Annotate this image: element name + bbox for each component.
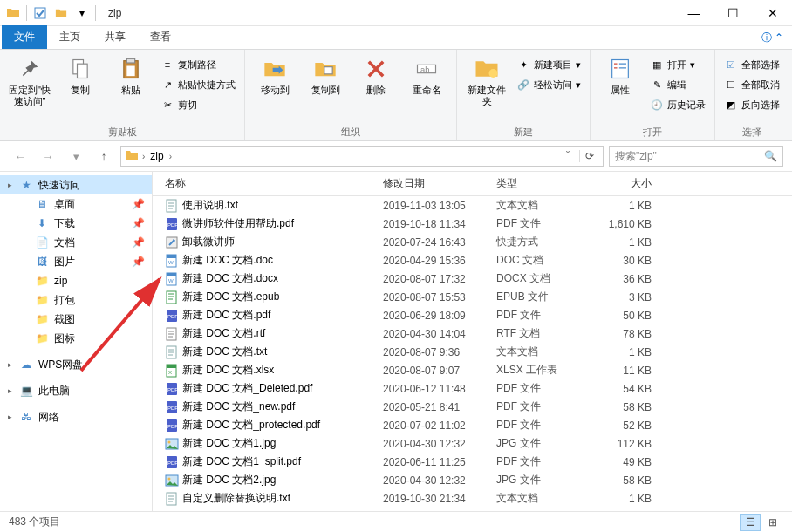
easy-access-button[interactable]: 🔗轻松访问 ▾: [513, 75, 584, 94]
sidebar-item-quickaccess[interactable]: ▸★快速访问: [0, 175, 152, 194]
address-dropdown[interactable]: ˅: [560, 150, 576, 162]
sidebar-item-network[interactable]: ▸🖧网络: [0, 407, 152, 426]
qat-checkbox[interactable]: [31, 3, 50, 23]
file-size: 3 KB: [587, 291, 657, 304]
cut-button[interactable]: ✂剪切: [157, 95, 239, 114]
new-folder-button[interactable]: 新建文件夹: [462, 51, 511, 111]
pin-to-quick-access-button[interactable]: 固定到"快速访问": [5, 51, 54, 111]
sidebar-item-icons[interactable]: 📁图标: [0, 329, 152, 348]
file-row[interactable]: 新建 DOC 文档2.jpg2020-04-30 12:32JPG 文件58 K…: [153, 471, 792, 489]
view-details-button[interactable]: ☰: [740, 514, 761, 531]
file-name: 新建 DOC 文档.epub: [182, 290, 279, 304]
tab-home[interactable]: 主页: [47, 25, 92, 49]
nav-up-button[interactable]: ↑: [92, 145, 115, 167]
ribbon-help[interactable]: ⓘ ⌃: [753, 27, 792, 49]
move-to-button[interactable]: 移动到: [250, 51, 299, 99]
nav-recent-button[interactable]: ▾: [65, 145, 87, 167]
file-row[interactable]: PDF微讲师软件使用帮助.pdf2019-10-18 11:34PDF 文件1,…: [153, 215, 792, 233]
file-row[interactable]: 卸载微讲师2020-07-24 16:43快捷方式1 KB: [153, 233, 792, 251]
folder-icon: 📁: [35, 274, 49, 288]
file-row[interactable]: PDF新建 DOC 文档.pdf2020-06-29 18:09PDF 文件50…: [153, 306, 792, 324]
file-date: 2019-10-18 11:34: [378, 218, 491, 230]
file-row[interactable]: W新建 DOC 文档.docx2020-08-07 17:32DOCX 文档36…: [153, 269, 792, 288]
file-row[interactable]: 新建 DOC 文档.rtf2020-04-30 14:04RTF 文档78 KB: [153, 324, 792, 343]
sidebar-item-wps[interactable]: ▸☁WPS网盘: [0, 355, 152, 374]
column-size[interactable]: 大小: [587, 176, 657, 191]
file-row[interactable]: 新建 DOC 文档.epub2020-08-07 15:53EPUB 文件3 K…: [153, 288, 792, 306]
sidebar-item-thispc[interactable]: ▸💻此电脑: [0, 381, 152, 400]
search-placeholder: 搜索"zip": [615, 149, 657, 164]
sidebar-item-pack[interactable]: 📁打包: [0, 290, 152, 310]
open-button[interactable]: ▦打开 ▾: [646, 55, 709, 74]
column-name[interactable]: 名称: [160, 176, 378, 191]
file-date: 2020-06-11 11:25: [378, 456, 491, 468]
edit-button[interactable]: ✎编辑: [646, 75, 709, 94]
chevron-right-icon[interactable]: ›: [169, 152, 172, 161]
file-name: 新建 DOC 文档.rtf: [182, 326, 265, 341]
file-row[interactable]: PDF新建 DOC 文档_new.pdf2020-05-21 8:41PDF 文…: [153, 398, 792, 416]
file-row[interactable]: PDF新建 DOC 文档_protected.pdf2020-07-02 11:…: [153, 416, 792, 434]
copy-to-button[interactable]: 复制到: [301, 51, 350, 99]
history-icon: 🕘: [650, 98, 664, 112]
file-date: 2020-08-07 9:07: [378, 365, 491, 377]
sidebar-item-documents[interactable]: 📄文档📌: [0, 233, 152, 252]
file-date: 2020-07-02 11:02: [378, 419, 491, 432]
invert-selection-button[interactable]: ◩反向选择: [720, 95, 783, 114]
sidebar-item-downloads[interactable]: ⬇下载📌: [0, 214, 152, 233]
file-row[interactable]: W新建 DOC 文档.doc2020-04-29 15:36DOC 文档30 K…: [153, 251, 792, 269]
tab-file[interactable]: 文件: [2, 25, 47, 49]
view-icons-button[interactable]: ⊞: [762, 514, 783, 531]
file-type: 文本文档: [491, 491, 587, 506]
file-row[interactable]: 自定义删除替换说明.txt2019-10-30 21:34文本文档1 KB: [153, 489, 792, 508]
column-date[interactable]: 修改日期: [378, 176, 491, 191]
search-icon[interactable]: 🔍: [764, 150, 777, 162]
file-row[interactable]: 使用说明.txt2019-11-03 13:05文本文档1 KB: [153, 196, 792, 215]
sidebar-item-desktop[interactable]: 🖥桌面📌: [0, 194, 152, 214]
file-size: 54 KB: [587, 383, 657, 395]
delete-button[interactable]: 删除: [352, 51, 400, 99]
tab-share[interactable]: 共享: [92, 25, 138, 49]
properties-button[interactable]: 属性: [596, 51, 645, 99]
file-row[interactable]: PDF新建 DOC 文档1_split.pdf2020-06-11 11:25P…: [153, 453, 792, 471]
rename-button[interactable]: ab 重命名: [402, 51, 451, 99]
file-type: PDF 文件: [491, 381, 587, 396]
item-count: 483 个项目: [9, 515, 60, 529]
breadcrumb[interactable]: zip: [148, 150, 165, 162]
copy-path-button[interactable]: ≡复制路径: [157, 55, 239, 74]
close-button[interactable]: ✕: [753, 0, 792, 26]
svg-text:PDF: PDF: [167, 222, 178, 228]
qat-customize[interactable]: ▾: [72, 3, 92, 23]
maximize-button[interactable]: ☐: [713, 0, 753, 26]
file-type: XLSX 工作表: [491, 363, 587, 378]
nav-forward-button[interactable]: →: [37, 145, 59, 167]
paste-shortcut-button[interactable]: ↗粘贴快捷方式: [157, 75, 239, 94]
qat-folder-icon[interactable]: [51, 3, 71, 23]
copy-button[interactable]: 复制: [56, 51, 105, 99]
tab-view[interactable]: 查看: [138, 25, 183, 49]
sidebar-item-zip[interactable]: 📁zip: [0, 271, 152, 290]
nav-back-button[interactable]: ←: [9, 145, 31, 167]
file-date: 2020-04-29 15:36: [378, 255, 491, 267]
file-row[interactable]: X新建 DOC 文档.xlsx2020-08-07 9:07XLSX 工作表11…: [153, 361, 792, 379]
file-icon: [165, 345, 179, 359]
file-date: 2020-08-07 17:32: [378, 273, 491, 285]
file-row[interactable]: 新建 DOC 文档.txt2020-08-07 9:36文本文档1 KB: [153, 343, 792, 361]
chevron-right-icon[interactable]: ›: [142, 152, 145, 161]
new-item-button[interactable]: ✦新建项目 ▾: [513, 55, 584, 74]
address-field[interactable]: › zip › ˅ ⟳: [120, 146, 604, 167]
history-button[interactable]: 🕘历史记录: [646, 95, 709, 114]
select-none-button[interactable]: ☐全部取消: [720, 75, 783, 94]
refresh-button[interactable]: ⟳: [579, 150, 599, 162]
file-row[interactable]: PDF新建 DOC 文档_Deleted.pdf2020-06-12 11:48…: [153, 379, 792, 398]
sidebar-item-screenshot[interactable]: 📁截图: [0, 310, 152, 329]
column-type[interactable]: 类型: [491, 176, 587, 191]
minimize-button[interactable]: —: [674, 0, 713, 26]
folder-app-icon: [3, 3, 23, 23]
navigation-pane: ▸★快速访问 🖥桌面📌 ⬇下载📌 📄文档📌 🖼图片📌 📁zip 📁打包 📁截图 …: [0, 172, 153, 511]
file-row[interactable]: 新建 DOC 文档1.jpg2020-04-30 12:32JPG 文件112 …: [153, 434, 792, 453]
search-box[interactable]: 搜索"zip" 🔍: [609, 146, 783, 167]
file-name: 卸载微讲师: [182, 235, 235, 249]
select-all-button[interactable]: ☑全部选择: [720, 55, 783, 74]
sidebar-item-pictures[interactable]: 🖼图片📌: [0, 252, 152, 271]
paste-button[interactable]: 粘贴: [106, 51, 155, 99]
